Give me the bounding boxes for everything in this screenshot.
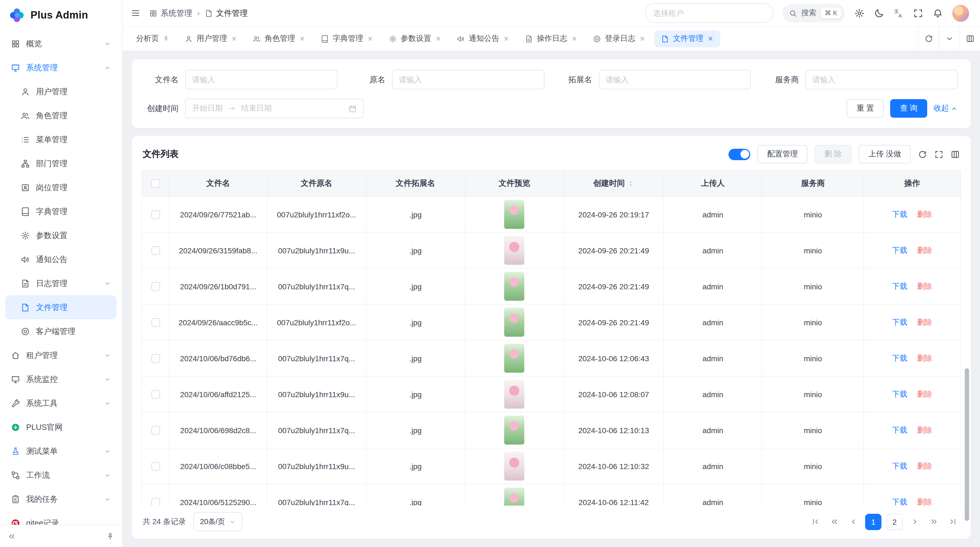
notifications-button[interactable] (932, 8, 943, 18)
close-icon[interactable] (231, 35, 237, 42)
select-all-checkbox[interactable] (151, 179, 160, 188)
delete-link[interactable]: 删除 (917, 461, 932, 470)
dark-mode-button[interactable] (874, 8, 884, 18)
sidebar-item-client[interactable]: 客户端管理 (5, 319, 116, 343)
tenant-select-input[interactable] (645, 3, 773, 23)
sidebar-item-workflow[interactable]: 工作流 (5, 463, 116, 487)
sidebar-item-notice[interactable]: 通知公告 (5, 247, 116, 271)
sidebar-item-tenant[interactable]: 租户管理 (5, 343, 116, 367)
delete-link[interactable]: 删除 (917, 497, 932, 506)
config-management-button[interactable]: 配置管理 (757, 145, 807, 163)
close-icon[interactable] (639, 35, 646, 42)
column-header[interactable]: 文件原名 (267, 170, 366, 196)
table-fullscreen-button[interactable] (934, 150, 943, 159)
sidebar-collapse-button[interactable] (8, 532, 16, 540)
close-icon[interactable] (707, 35, 714, 42)
pin-icon[interactable] (163, 35, 169, 42)
file-preview-thumbnail[interactable] (504, 344, 525, 373)
sort-icon[interactable] (627, 179, 634, 188)
sidebar-item-tools[interactable]: 系统工具 (5, 391, 116, 415)
download-link[interactable]: 下载 (892, 246, 907, 254)
download-link[interactable]: 下载 (892, 425, 907, 434)
batch-delete-button[interactable]: 删 除 (815, 145, 851, 163)
select-all-header[interactable] (142, 170, 169, 196)
sidebar-item-my-tasks[interactable]: 我的任务 (5, 487, 116, 511)
page-size-select[interactable]: 20条/页 (194, 512, 243, 531)
language-button[interactable] (893, 8, 904, 18)
tab-file[interactable]: 文件管理 (654, 30, 720, 47)
row-checkbox[interactable] (151, 390, 160, 399)
search-button[interactable]: 查 询 (890, 99, 927, 118)
tab-notice[interactable]: 通知公告 (450, 30, 516, 47)
file-preview-thumbnail[interactable] (504, 272, 525, 301)
fullscreen-button[interactable] (913, 8, 923, 18)
settings-button[interactable] (854, 8, 865, 18)
download-link[interactable]: 下载 (892, 209, 907, 218)
tabs-dropdown-button[interactable] (939, 27, 959, 51)
jump-back-button[interactable] (827, 514, 841, 529)
row-checkbox[interactable] (151, 210, 160, 219)
download-link[interactable]: 下载 (892, 389, 907, 398)
tabs-refresh-button[interactable] (918, 27, 939, 51)
sidebar-toggle-button[interactable] (130, 8, 140, 18)
breadcrumb-item-system[interactable]: 系统管理 (149, 8, 192, 18)
download-link[interactable]: 下载 (892, 497, 907, 506)
global-search-button[interactable]: 搜索 ⌘ K (782, 4, 845, 22)
column-header[interactable]: 创建时间 (564, 170, 663, 196)
tab-user[interactable]: 用户管理 (178, 30, 244, 47)
file-preview-thumbnail[interactable] (504, 308, 525, 337)
download-link[interactable]: 下载 (892, 461, 907, 470)
sidebar-item-dept[interactable]: 部门管理 (5, 152, 116, 175)
sidebar-pin-button[interactable] (106, 532, 115, 540)
delete-link[interactable]: 删除 (917, 317, 932, 326)
page-2-button[interactable]: 2 (886, 514, 903, 530)
delete-link[interactable]: 删除 (917, 246, 932, 254)
filter-field-input[interactable] (599, 70, 751, 89)
sidebar-item-post[interactable]: 岗位管理 (5, 175, 116, 199)
file-preview-thumbnail[interactable] (504, 200, 525, 229)
prev-page-button[interactable] (846, 514, 860, 529)
tabs-layout-button[interactable] (959, 27, 980, 51)
delete-link[interactable]: 删除 (917, 389, 932, 398)
breadcrumb-item-file[interactable]: 文件管理 (205, 8, 248, 18)
column-header[interactable]: 操作 (864, 170, 961, 196)
tab-login-log[interactable]: 登录日志 (586, 30, 652, 47)
page-1-button[interactable]: 1 (865, 514, 881, 530)
sidebar-item-system[interactable]: 系统管理 (5, 56, 116, 80)
last-page-button[interactable] (946, 514, 960, 529)
file-preview-thumbnail[interactable] (504, 488, 525, 506)
row-checkbox[interactable] (151, 426, 160, 435)
sidebar-item-role[interactable]: 角色管理 (5, 104, 116, 128)
filter-field-input[interactable] (185, 70, 337, 89)
sidebar-item-config[interactable]: 参数设置 (5, 223, 116, 247)
close-icon[interactable] (503, 35, 510, 42)
file-preview-thumbnail[interactable] (504, 452, 525, 480)
close-icon[interactable] (299, 35, 305, 42)
first-page-button[interactable] (808, 514, 822, 529)
column-header[interactable]: 服务商 (762, 170, 864, 196)
reset-button[interactable]: 重 置 (846, 99, 884, 118)
table-columns-button[interactable] (951, 150, 960, 159)
tab-role[interactable]: 角色管理 (246, 30, 312, 47)
tab-op-log[interactable]: 操作日志 (518, 30, 584, 47)
close-icon[interactable] (435, 35, 442, 42)
file-preview-thumbnail[interactable] (504, 416, 525, 445)
sidebar-item-monitor[interactable]: 系统监控 (5, 367, 116, 391)
table-scrollbar-thumb[interactable] (965, 368, 969, 521)
sidebar-item-gitee[interactable]: gitee记录 (5, 511, 116, 525)
avatar[interactable] (952, 5, 969, 22)
delete-link[interactable]: 删除 (917, 353, 932, 362)
file-preview-thumbnail[interactable] (504, 380, 525, 408)
sidebar-item-user[interactable]: 用户管理 (5, 80, 116, 104)
tab-analysis[interactable]: 分析页 (130, 30, 176, 47)
next-page-button[interactable] (908, 514, 922, 529)
close-icon[interactable] (367, 35, 374, 42)
download-link[interactable]: 下载 (892, 281, 907, 290)
sidebar-item-overview[interactable]: 概览 (5, 32, 116, 56)
sidebar-item-file[interactable]: 文件管理 (5, 295, 116, 319)
column-header[interactable]: 文件预览 (465, 170, 564, 196)
column-header[interactable]: 上传人 (663, 170, 762, 196)
delete-link[interactable]: 删除 (917, 425, 932, 434)
column-header[interactable]: 文件名 (169, 170, 267, 196)
delete-link[interactable]: 删除 (917, 209, 932, 218)
